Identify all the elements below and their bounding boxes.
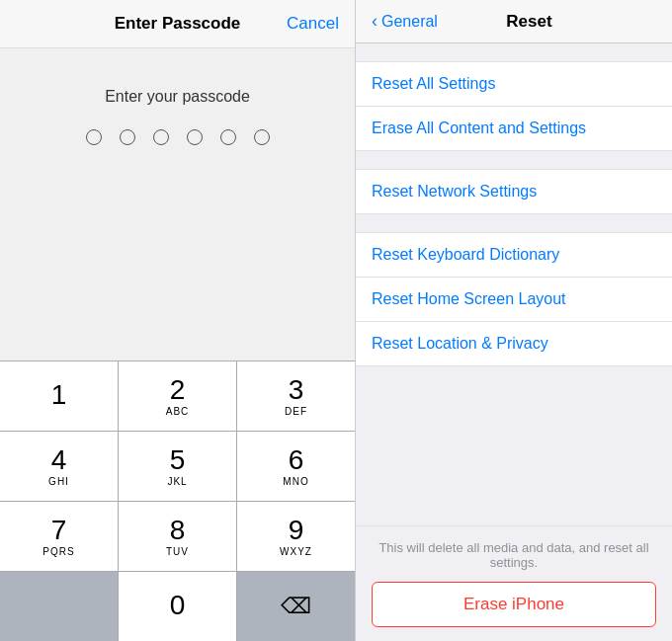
back-chevron-icon: ‹: [372, 11, 378, 32]
erase-all-content-item[interactable]: Erase All Content and Settings: [356, 107, 672, 151]
passcode-dot-3: [153, 129, 169, 145]
key-8[interactable]: 8 TUV: [119, 502, 236, 571]
reset-network-item[interactable]: Reset Network Settings: [356, 169, 672, 214]
reset-section-2: Reset Network Settings: [356, 169, 672, 214]
cancel-button[interactable]: Cancel: [287, 14, 339, 34]
reset-page-title: Reset: [442, 12, 617, 32]
key-6[interactable]: 6 MNO: [237, 432, 355, 501]
passcode-panel: Enter Passcode Cancel Enter your passcod…: [0, 0, 356, 641]
passcode-body: Enter your passcode: [0, 48, 355, 361]
delete-icon: ⌫: [281, 594, 311, 619]
reset-all-settings-item[interactable]: Reset All Settings: [356, 61, 672, 107]
erase-iphone-button[interactable]: Erase iPhone: [372, 582, 656, 627]
key-3[interactable]: 3 DEF: [237, 361, 355, 431]
key-4[interactable]: 4 GHI: [0, 432, 118, 501]
section-gap-2: [356, 151, 672, 169]
reset-location-item[interactable]: Reset Location & Privacy: [356, 322, 672, 366]
passcode-prompt: Enter your passcode: [105, 88, 250, 106]
section-gap-1: [356, 43, 672, 61]
reset-keyboard-item[interactable]: Reset Keyboard Dictionary: [356, 232, 672, 278]
back-label[interactable]: General: [381, 13, 438, 31]
key-5[interactable]: 5 JKL: [119, 432, 236, 501]
passcode-dot-6: [254, 129, 270, 145]
section-gap-3: [356, 214, 672, 232]
key-7[interactable]: 7 PQRS: [0, 502, 118, 571]
erase-warning-text: This will delete all media and data, and…: [372, 540, 656, 570]
delete-key[interactable]: ⌫: [237, 572, 355, 641]
reset-panel: ‹ General Reset Reset All Settings Erase…: [356, 0, 672, 641]
key-1[interactable]: 1: [0, 361, 118, 431]
key-2[interactable]: 2 ABC: [119, 361, 236, 431]
reset-list: Reset All Settings Erase All Content and…: [356, 43, 672, 525]
key-empty: [0, 572, 118, 641]
passcode-title: Enter Passcode: [115, 14, 241, 34]
key-0[interactable]: 0: [119, 572, 236, 641]
key-9[interactable]: 9 WXYZ: [237, 502, 355, 571]
passcode-dots: [86, 129, 270, 145]
reset-section-1: Reset All Settings Erase All Content and…: [356, 61, 672, 151]
reset-section-3: Reset Keyboard Dictionary Reset Home Scr…: [356, 232, 672, 366]
keypad: 1 2 ABC 3 DEF 4 GHI 5 JKL 6 MNO: [0, 361, 355, 641]
keypad-grid: 1 2 ABC 3 DEF 4 GHI 5 JKL 6 MNO: [0, 361, 355, 641]
section-gap-4: [356, 366, 672, 384]
passcode-dot-5: [220, 129, 236, 145]
reset-header: ‹ General Reset: [356, 0, 672, 43]
passcode-dot-1: [86, 129, 102, 145]
reset-home-screen-item[interactable]: Reset Home Screen Layout: [356, 278, 672, 322]
passcode-dot-2: [120, 129, 135, 145]
reset-footer: This will delete all media and data, and…: [356, 525, 672, 641]
passcode-header: Enter Passcode Cancel: [0, 0, 355, 48]
passcode-dot-4: [187, 129, 203, 145]
